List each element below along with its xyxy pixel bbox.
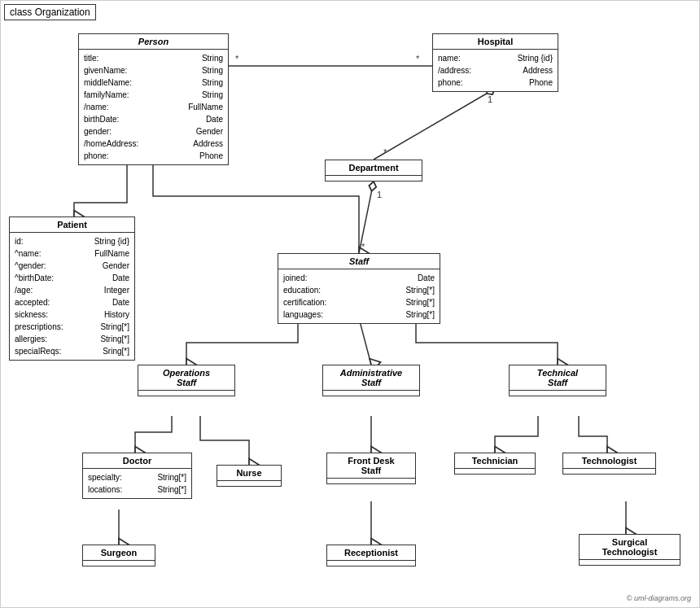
department-class: Department	[325, 160, 422, 182]
patient-class: Patient id:String {id} ^name:FullName ^g…	[9, 217, 135, 361]
administrative-staff-class: AdministrativeStaff	[322, 365, 420, 396]
surgical-technologist-class-attrs	[580, 560, 680, 565]
administrative-staff-class-name: AdministrativeStaff	[323, 365, 419, 391]
surgeon-class-name: Surgeon	[83, 545, 155, 561]
patient-class-attrs: id:String {id} ^name:FullName ^gender:Ge…	[10, 233, 134, 360]
technical-staff-class: TechnicalStaff	[509, 365, 606, 396]
svg-text:*: *	[235, 54, 239, 63]
surgeon-class: Surgeon	[82, 545, 155, 566]
person-class: Person title:String givenName:String mid…	[78, 33, 229, 165]
operations-staff-class: OperationsStaff	[138, 365, 235, 396]
technologist-class-name: Technologist	[563, 453, 655, 469]
technician-class: Technician	[454, 453, 536, 475]
svg-text:1: 1	[377, 190, 382, 199]
technical-staff-class-attrs	[510, 391, 606, 396]
surgeon-class-attrs	[83, 561, 155, 566]
technical-staff-class-name: TechnicalStaff	[510, 365, 606, 391]
technologist-class-attrs	[563, 469, 655, 474]
department-class-attrs	[326, 176, 422, 181]
svg-line-15	[359, 318, 371, 365]
svg-text:*: *	[361, 242, 365, 252]
nurse-class-attrs	[217, 481, 281, 486]
technician-class-attrs	[455, 469, 535, 474]
receptionist-class-attrs	[327, 561, 415, 566]
operations-staff-class-attrs	[138, 391, 234, 396]
receptionist-class: Receptionist	[326, 545, 416, 566]
administrative-staff-class-attrs	[323, 391, 419, 396]
receptionist-class-name: Receptionist	[327, 545, 415, 561]
nurse-class-name: Nurse	[217, 466, 281, 481]
svg-text:*: *	[416, 54, 420, 63]
svg-text:*: *	[383, 147, 387, 157]
front-desk-staff-class: Front DeskStaff	[326, 453, 416, 484]
svg-line-11	[359, 182, 374, 253]
technologist-class: Technologist	[562, 453, 656, 475]
person-class-name: Person	[79, 34, 228, 50]
front-desk-staff-class-name: Front DeskStaff	[327, 453, 415, 479]
svg-text:1: 1	[488, 94, 492, 104]
operations-staff-class-name: OperationsStaff	[138, 365, 234, 391]
department-class-name: Department	[326, 160, 422, 176]
staff-class: Staff joined:Date education:String[*] ce…	[278, 253, 440, 324]
hospital-class: Hospital name:String {id} /address:Addre…	[432, 33, 558, 92]
copyright-text: © uml-diagrams.org	[627, 594, 691, 602]
doctor-class-name: Doctor	[83, 453, 191, 469]
front-desk-staff-class-attrs	[327, 479, 415, 483]
patient-class-name: Patient	[10, 217, 134, 233]
hospital-class-name: Hospital	[433, 34, 558, 50]
staff-class-attrs: joined:Date education:String[*] certific…	[278, 269, 440, 323]
nurse-class: Nurse	[217, 465, 282, 487]
doctor-class: Doctor specialty:String[*] locations:Str…	[82, 453, 192, 499]
staff-class-name: Staff	[278, 254, 440, 269]
diagram-container: class Organization	[0, 0, 700, 608]
svg-line-5	[374, 89, 495, 160]
surgical-technologist-class: SurgicalTechnologist	[579, 534, 680, 566]
diagram-title: class Organization	[4, 4, 96, 20]
doctor-class-attrs: specialty:String[*] locations:String[*]	[83, 469, 191, 498]
technician-class-name: Technician	[455, 453, 535, 469]
person-class-attrs: title:String givenName:String middleName…	[79, 50, 228, 164]
hospital-class-attrs: name:String {id} /address:Address phone:…	[433, 50, 558, 91]
surgical-technologist-class-name: SurgicalTechnologist	[580, 535, 680, 560]
